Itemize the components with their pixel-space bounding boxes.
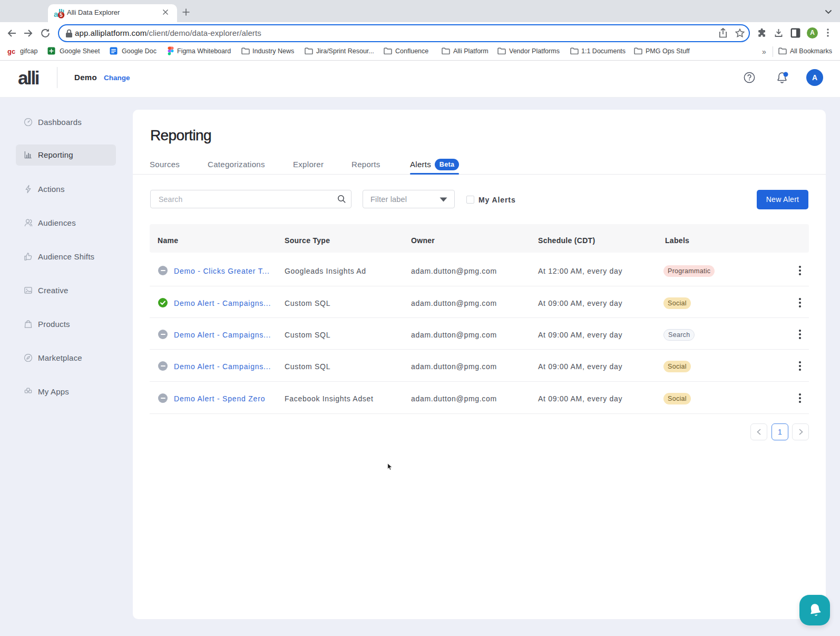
svg-text:5: 5 (60, 12, 63, 18)
svg-text:a: a (54, 9, 58, 18)
